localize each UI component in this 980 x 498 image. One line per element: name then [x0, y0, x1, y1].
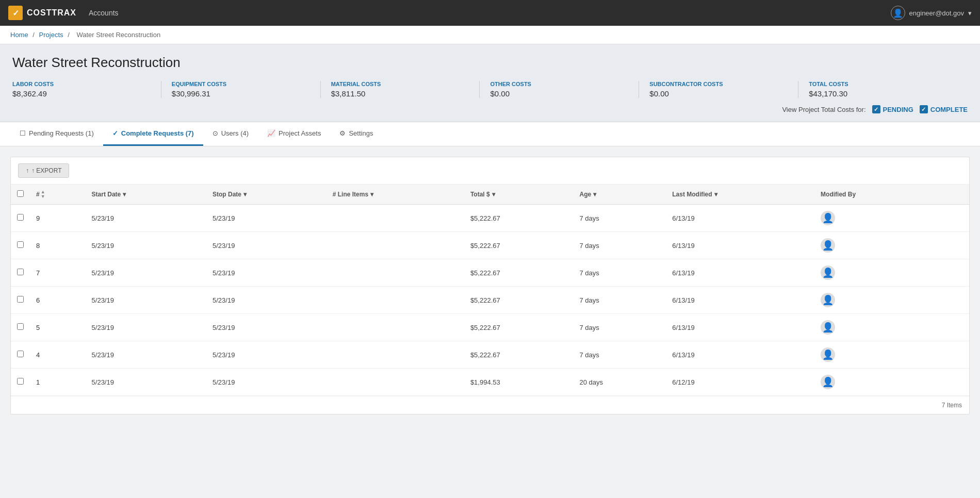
row-last-modified: 6/13/19 [666, 287, 814, 314]
modified-by-avatar: 👤 [821, 211, 835, 225]
tab-users[interactable]: ⊙ Users (4) [203, 122, 258, 146]
complete-checkbox[interactable]: ✓ [920, 105, 928, 113]
labor-cost-label: LABOR COSTS [12, 81, 151, 87]
modified-by-avatar: 👤 [821, 265, 835, 280]
table-row[interactable]: 6 5/23/19 5/23/19 $5,222.67 7 days 6/13/… [11, 287, 969, 314]
header-modified-by: Modified By [814, 185, 937, 205]
table-row[interactable]: 7 5/23/19 5/23/19 $5,222.67 7 days 6/13/… [11, 259, 969, 287]
user-email: engineer@dot.gov [909, 9, 964, 17]
row-line-items [326, 232, 464, 259]
row-checkbox-cell[interactable] [11, 341, 30, 369]
row-modified-by: 👤 [814, 205, 937, 232]
row-checkbox[interactable] [17, 323, 24, 330]
total-cost-label: TOTAL COSTS [809, 81, 947, 87]
pending-checkbox[interactable]: ✓ [872, 105, 880, 113]
header-last-modified[interactable]: Last Modified ▾ [666, 185, 814, 205]
cost-summary: LABOR COSTS $8,362.49 EQUIPMENT COSTS $3… [12, 81, 968, 98]
row-start-date: 5/23/19 [86, 369, 206, 396]
row-checkbox-cell[interactable] [11, 259, 30, 287]
dropdown-arrow-icon: ▾ [968, 9, 972, 17]
header-line-items[interactable]: # Line Items ▾ [326, 185, 464, 205]
equipment-cost-value: $30,996.31 [172, 89, 310, 98]
tab-pending[interactable]: ☐ Pending Requests (1) [10, 122, 103, 146]
nav-accounts-link[interactable]: Accounts [89, 9, 119, 17]
row-actions [937, 341, 969, 369]
complete-checkbox-label[interactable]: ✓ COMPLETE [920, 105, 968, 113]
row-modified-by: 👤 [814, 314, 937, 341]
row-checkbox-cell[interactable] [11, 205, 30, 232]
age-sort-icon: ▾ [593, 191, 596, 198]
total-cost-value: $43,170.30 [809, 89, 947, 98]
select-all-checkbox[interactable] [17, 190, 24, 197]
num-sort-icons[interactable]: ▲ ▼ [41, 190, 45, 199]
row-start-date: 5/23/19 [86, 314, 206, 341]
row-start-date: 5/23/19 [86, 232, 206, 259]
row-checkbox-cell[interactable] [11, 287, 30, 314]
items-count: 7 Items [942, 402, 962, 409]
row-line-items [326, 259, 464, 287]
row-stop-date: 5/23/19 [206, 314, 326, 341]
row-modified-by: 👤 [814, 369, 937, 396]
row-age: 7 days [573, 314, 666, 341]
export-icon: ↑ [26, 167, 29, 174]
breadcrumb-home[interactable]: Home [10, 31, 28, 39]
row-start-date: 5/23/19 [86, 287, 206, 314]
row-checkbox[interactable] [17, 351, 24, 357]
table-row[interactable]: 8 5/23/19 5/23/19 $5,222.67 7 days 6/13/… [11, 232, 969, 259]
table-row[interactable]: 4 5/23/19 5/23/19 $5,222.67 7 days 6/13/… [11, 341, 969, 369]
table-section: ↑ ↑ EXPORT # ▲ ▼ [10, 157, 970, 414]
logo-checkmark: ✓ [8, 6, 23, 20]
project-header: Water Street Reconstruction LABOR COSTS … [0, 44, 980, 122]
row-checkbox-cell[interactable] [11, 232, 30, 259]
user-menu[interactable]: 👤 engineer@dot.gov ▾ [891, 6, 972, 20]
header-select-all[interactable] [11, 185, 30, 205]
row-age: 7 days [573, 232, 666, 259]
row-stop-date: 5/23/19 [206, 205, 326, 232]
header-stop-date[interactable]: Stop Date ▾ [206, 185, 326, 205]
nav-left: ✓ COSTTRAX Accounts [8, 6, 119, 20]
row-actions [937, 259, 969, 287]
breadcrumb-projects[interactable]: Projects [39, 31, 63, 39]
top-nav: ✓ COSTTRAX Accounts 👤 engineer@dot.gov ▾ [0, 0, 980, 26]
row-total: $5,222.67 [464, 287, 574, 314]
row-checkbox[interactable] [17, 214, 24, 221]
breadcrumb-sep-1: / [32, 31, 36, 39]
row-checkbox[interactable] [17, 241, 24, 248]
table-row[interactable]: 9 5/23/19 5/23/19 $5,222.67 7 days 6/13/… [11, 205, 969, 232]
pending-label: PENDING [883, 106, 913, 113]
users-tab-label: Users (4) [221, 129, 249, 137]
header-start-date[interactable]: Start Date ▾ [86, 185, 206, 205]
header-num[interactable]: # ▲ ▼ [30, 185, 86, 205]
row-line-items [326, 369, 464, 396]
header-total[interactable]: Total $ ▾ [464, 185, 574, 205]
tab-complete[interactable]: ✓ Complete Requests (7) [103, 122, 203, 146]
row-checkbox[interactable] [17, 378, 24, 385]
material-cost-item: MATERIAL COSTS $3,811.50 [331, 81, 480, 98]
material-cost-label: MATERIAL COSTS [331, 81, 469, 87]
table-row[interactable]: 5 5/23/19 5/23/19 $5,222.67 7 days 6/13/… [11, 314, 969, 341]
view-costs-label: View Project Total Costs for: [782, 106, 865, 113]
row-checkbox-cell[interactable] [11, 369, 30, 396]
row-stop-date: 5/23/19 [206, 232, 326, 259]
header-age[interactable]: Age ▾ [573, 185, 666, 205]
row-total: $5,222.67 [464, 259, 574, 287]
view-costs-row: View Project Total Costs for: ✓ PENDING … [12, 105, 968, 113]
tab-settings[interactable]: ⚙ Settings [330, 122, 382, 146]
logo[interactable]: ✓ COSTTRAX [8, 6, 76, 20]
tab-project-assets[interactable]: 📈 Project Assets [258, 122, 330, 146]
row-num: 8 [30, 232, 86, 259]
labor-cost-item: LABOR COSTS $8,362.49 [12, 81, 161, 98]
row-line-items [326, 205, 464, 232]
export-button[interactable]: ↑ ↑ EXPORT [18, 163, 69, 178]
table-row[interactable]: 1 5/23/19 5/23/19 $1,994.53 20 days 6/12… [11, 369, 969, 396]
assets-tab-label: Project Assets [279, 129, 321, 137]
row-num: 1 [30, 369, 86, 396]
row-checkbox-cell[interactable] [11, 314, 30, 341]
row-start-date: 5/23/19 [86, 259, 206, 287]
row-checkbox[interactable] [17, 296, 24, 303]
row-checkbox[interactable] [17, 269, 24, 275]
row-actions [937, 205, 969, 232]
subcontractor-cost-item: SUBCONTRACTOR COSTS $0.00 [649, 81, 798, 98]
breadcrumb-sep-2: / [68, 31, 71, 39]
pending-checkbox-label[interactable]: ✓ PENDING [872, 105, 913, 113]
